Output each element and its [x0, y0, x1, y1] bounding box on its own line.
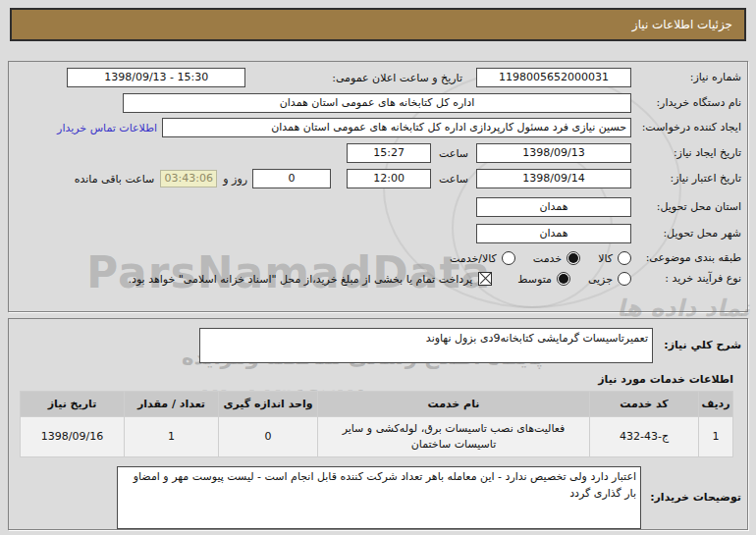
expire-date-input[interactable]: 1398/09/14: [476, 169, 631, 188]
creator-row: ایجاد کننده درخواست: حسین نیازی فرد مسئو…: [15, 118, 741, 137]
category-option-service-label: خدمت: [533, 252, 562, 265]
create-date-row: تاریخ ایجاد نیاز: 1398/09/13 ساعت 15:27: [15, 143, 741, 163]
need-detail-groupbox: شرح کلي نياز: تعمیرتاسیسات گرمایشی کتابخ…: [8, 318, 748, 530]
create-date-label: تاریخ ایجاد نیاز:: [631, 146, 741, 160]
treasury-checkbox-label: پرداخت تمام یا بخشی از مبلغ خرید،از محل …: [129, 273, 473, 286]
services-table-row: 1 ج-43-432 فعالیت‌های نصب تاسیسات برق، ل…: [21, 417, 732, 456]
expire-time-input[interactable]: 12:00: [347, 169, 431, 188]
create-hour-label: ساعت: [439, 147, 468, 160]
category-row: طبقه بندی موضوعی: کالا خدمت کالا/خدمت: [15, 251, 741, 265]
city-row: شهر محل تحویل: همدان: [15, 224, 741, 243]
process-type-row: نوع فرآیند خرید : جزیی متوسط پرداخت تمام…: [15, 272, 741, 286]
cell-service-name: فعالیت‌های نصب تاسیسات برق، لوله‌کشی و س…: [318, 417, 589, 456]
description-label: شرح کلي نياز:: [653, 339, 741, 352]
buyer-org-label: نام دستگاه خریدار:: [631, 96, 741, 110]
expire-date-row: تاریخ اعتبار نیاز: 1398/09/14 ساعت 12:00…: [15, 169, 741, 188]
buyer-notes-textarea[interactable]: اعتبار دارد ولی تخصیص ندارد - این معامله…: [117, 466, 641, 529]
need-info-groupbox: شماره نیاز: 1198005652000031 تاریخ و ساع…: [8, 61, 748, 312]
description-textarea[interactable]: تعمیرتاسیسات گرمایشی کتابخانه9دی بزول نه…: [199, 328, 653, 363]
buyer-org-input[interactable]: اداره کل کتابخانه های عمومی استان همدان: [123, 93, 631, 113]
expire-hour-label: ساعت: [439, 173, 468, 186]
process-option-minor-label: جزیی: [588, 273, 613, 286]
process-radio-medium[interactable]: [557, 272, 570, 286]
cell-quantity: 1: [125, 417, 218, 456]
category-radio-goods-service[interactable]: [502, 251, 515, 265]
countdown-timer: 03:43:06: [160, 170, 217, 187]
col-header-unit: واحد اندازه گیری: [219, 392, 317, 416]
col-header-quantity: تعداد / مقدار: [125, 392, 218, 416]
province-row: استان محل تحویل: همدان: [15, 197, 741, 217]
city-label: شهر محل تحویل:: [631, 227, 741, 241]
create-time-input[interactable]: 15:27: [347, 143, 431, 163]
cell-row-number: 1: [699, 417, 732, 456]
col-header-need-date: تاریخ نیاز: [21, 392, 124, 416]
need-number-input[interactable]: 1198005652000031: [476, 68, 631, 87]
buyer-org-row: نام دستگاه خریدار: اداره کل کتابخانه های…: [15, 93, 741, 113]
page-title: جزئیات اطلاعات نیاز: [632, 18, 732, 31]
remaining-days-input[interactable]: 0: [252, 169, 331, 188]
need-number-label: شماره نیاز:: [631, 71, 741, 84]
buyer-notes-row: توضیحات خریدار: اعتبار دارد ولی تخصیص ند…: [15, 466, 741, 529]
col-header-service-code: کد خدمت: [590, 392, 698, 416]
creator-label: ایجاد کننده درخواست:: [631, 121, 741, 134]
cell-service-code: ج-43-432: [590, 417, 698, 456]
announce-label: تاریخ و ساعت اعلان عمومی:: [332, 72, 462, 84]
process-type-label: نوع فرآیند خرید :: [631, 272, 741, 286]
page-title-bar: جزئیات اطلاعات نیاز: [10, 8, 746, 41]
buyer-contact-link[interactable]: اطلاعات تماس خریدار: [57, 122, 157, 134]
col-header-service-name: نام خدمت: [318, 392, 589, 416]
creator-input[interactable]: حسین نیازی فرد مسئول کارپردازی اداره کل …: [162, 118, 631, 137]
services-table: ردیف کد خدمت نام خدمت واحد اندازه گیری ت…: [20, 391, 733, 457]
cell-unit: 0: [219, 417, 317, 456]
services-table-header-row: ردیف کد خدمت نام خدمت واحد اندازه گیری ت…: [21, 392, 732, 416]
category-option-goods-service-label: کالا/خدمت: [450, 252, 497, 265]
process-radio-minor[interactable]: [618, 272, 631, 286]
process-option-medium-label: متوسط: [517, 273, 552, 286]
buyer-notes-label: توضیحات خریدار:: [641, 491, 741, 505]
description-row: شرح کلي نياز: تعمیرتاسیسات گرمایشی کتابخ…: [15, 328, 741, 363]
category-option-goods-label: کالا: [598, 252, 613, 265]
services-section-title: اطلاعات خدمات مورد نیاز: [9, 373, 733, 386]
category-radio-service[interactable]: [567, 251, 580, 265]
province-input[interactable]: همدان: [476, 197, 631, 217]
treasury-checkbox[interactable]: [478, 272, 492, 286]
announce-datetime-input[interactable]: 1398/09/13 - 15:30: [67, 68, 245, 87]
hours-remaining-label: ساعت باقی مانده: [75, 173, 155, 186]
expire-date-label: تاریخ اعتبار نیاز:: [631, 172, 741, 186]
category-radio-goods[interactable]: [618, 251, 631, 265]
category-label: طبقه بندی موضوعی:: [631, 251, 741, 265]
days-and-label: روز و: [223, 173, 247, 186]
col-header-row-number: ردیف: [699, 392, 732, 416]
create-date-input[interactable]: 1398/09/13: [476, 143, 631, 163]
need-number-row: شماره نیاز: 1198005652000031 تاریخ و ساع…: [15, 68, 741, 87]
province-label: استان محل تحویل:: [631, 200, 741, 214]
city-input[interactable]: همدان: [476, 224, 631, 243]
cell-need-date: 1398/09/16: [21, 417, 124, 456]
need-details-page: { "title": "جزئیات اطلاعات نیاز", "color…: [0, 0, 756, 535]
